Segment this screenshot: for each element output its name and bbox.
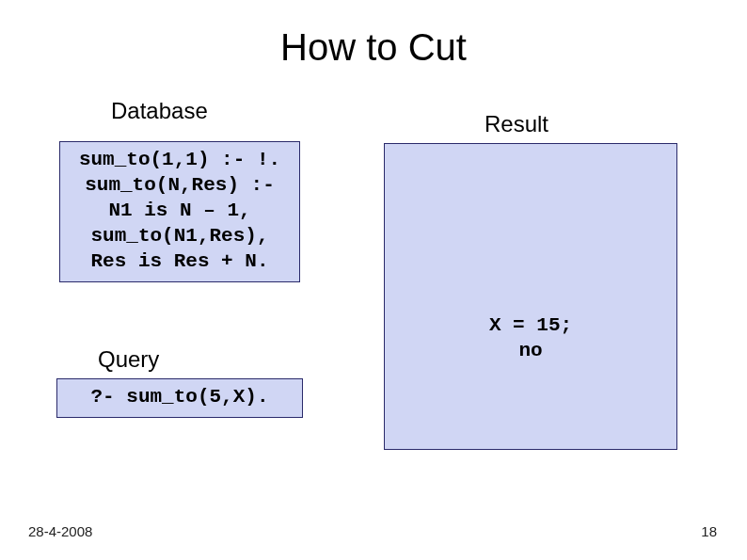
label-query: Query xyxy=(98,346,159,373)
database-code-box: sum_to(1,1) :- !. sum_to(N,Res) :- N1 is… xyxy=(59,141,300,282)
slide-title: How to Cut xyxy=(0,26,747,69)
label-result: Result xyxy=(485,111,548,137)
footer-date: 28-4-2008 xyxy=(28,523,92,539)
result-code-box: X = 15; no xyxy=(384,143,677,450)
label-database: Database xyxy=(111,98,208,124)
footer-page-number: 18 xyxy=(701,523,717,539)
query-code-box: ?- sum_to(5,X). xyxy=(56,378,303,418)
